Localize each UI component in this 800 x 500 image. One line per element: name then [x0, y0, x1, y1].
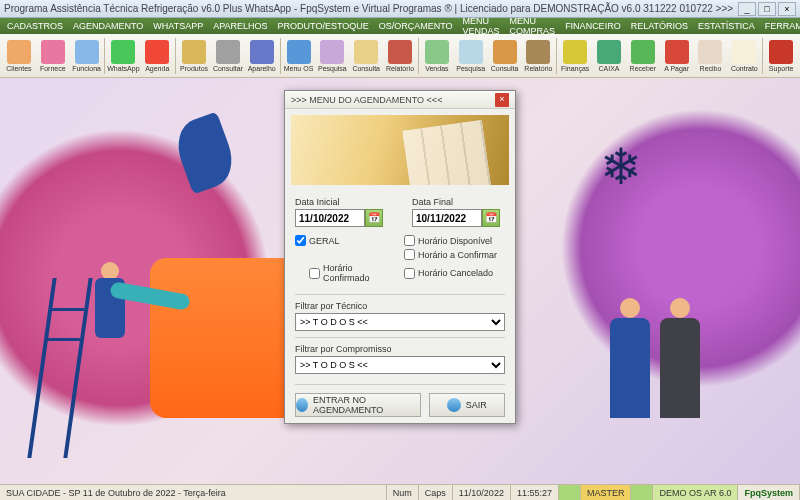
toolbar-label: Consulta	[491, 65, 519, 72]
dialog-close-button[interactable]: ×	[495, 93, 509, 107]
menu-compras[interactable]: MENU COMPRAS	[505, 16, 561, 36]
main-area: ❄ >>> MENU DO AGENDAMENTO <<< × Data Ini…	[0, 78, 800, 484]
filter-compromisso-label: Filtrar por Compromisso	[295, 344, 505, 354]
toolbar-contrato[interactable]: Contrato	[727, 40, 761, 72]
status-caps: Caps	[419, 485, 453, 500]
enter-button-label: ENTRAR NO AGENDAMENTO	[313, 395, 420, 415]
toolbar-label: Finanças	[561, 65, 589, 72]
toolbar-finanças[interactable]: Finanças	[558, 40, 592, 72]
menu-bar: CADASTROS AGENDAMENTO WHATSAPP APARELHOS…	[0, 18, 800, 34]
date-initial-label: Data Inicial	[295, 197, 388, 207]
chk-disponivel[interactable]	[404, 235, 415, 246]
toolbar-label: Vendas	[425, 65, 448, 72]
toolbar-label: Relatório	[386, 65, 414, 72]
toolbar-clientes[interactable]: Clientes	[2, 40, 36, 72]
toolbar-pesquisa[interactable]: Pesquisa	[454, 40, 488, 72]
toolbar-caixa[interactable]: CAIXA	[592, 40, 626, 72]
relatório-icon	[388, 40, 412, 64]
menu-cadastros[interactable]: CADASTROS	[2, 21, 68, 31]
filter-compromisso-select[interactable]: >> T O D O S <<	[295, 356, 505, 374]
toolbar-pesquisa[interactable]: Pesquisa	[315, 40, 349, 72]
toolbar-label: Receber	[630, 65, 656, 72]
toolbar-relatório[interactable]: Relatório	[521, 40, 555, 72]
toolbar-relatório[interactable]: Relatório	[383, 40, 417, 72]
filter-tecnico-label: Filtrar por Técnico	[295, 301, 505, 311]
menu-vendas[interactable]: MENU VENDAS	[458, 16, 505, 36]
agenda-icon	[145, 40, 169, 64]
toolbar-recibo[interactable]: Recibo	[694, 40, 728, 72]
menu-produto-estoque[interactable]: PRODUTO/ESTOQUE	[273, 21, 374, 31]
vendas-icon	[425, 40, 449, 64]
caixa-icon	[597, 40, 621, 64]
status-date: 11/10/2022	[453, 485, 511, 500]
date-final-picker-button[interactable]: 📅	[482, 209, 500, 227]
toolbar-consultar[interactable]: Consultar	[211, 40, 245, 72]
toolbar-label: Fornece	[40, 65, 66, 72]
clientes-icon	[7, 40, 31, 64]
menu-relatorios[interactable]: RELATÓRIOS	[626, 21, 693, 31]
pesquisa-icon	[459, 40, 483, 64]
date-initial-picker-button[interactable]: 📅	[365, 209, 383, 227]
menu-estatistica[interactable]: ESTATÍSTICA	[693, 21, 760, 31]
menu-aparelhos[interactable]: APARELHOS	[208, 21, 272, 31]
chk-confirmado-label: Horário Confirmado	[323, 263, 396, 283]
toolbar-receber[interactable]: Receber	[626, 40, 660, 72]
toolbar-label: CAIXA	[598, 65, 619, 72]
menu-whatsapp[interactable]: WHATSAPP	[148, 21, 208, 31]
chk-cancelado-label: Horário Cancelado	[418, 268, 493, 278]
toolbar-consulta[interactable]: Consulta	[488, 40, 522, 72]
menu-agendamento[interactable]: AGENDAMENTO	[68, 21, 148, 31]
recibo-icon	[698, 40, 722, 64]
toolbar-aparelho[interactable]: Aparelho	[245, 40, 279, 72]
menu-financeiro[interactable]: FINANCEIRO	[560, 21, 626, 31]
toolbar-label: Funciona	[72, 65, 101, 72]
aparelho-icon	[250, 40, 274, 64]
date-final-label: Data Final	[412, 197, 505, 207]
toolbar-menu os[interactable]: Menu OS	[282, 40, 316, 72]
toolbar-produtos[interactable]: Produtos	[177, 40, 211, 72]
toolbar-a pagar[interactable]: A Pagar	[660, 40, 694, 72]
chk-geral[interactable]	[295, 235, 306, 246]
toolbar-whatsapp[interactable]: WhatsApp	[106, 40, 140, 72]
chk-confirmar[interactable]	[404, 249, 415, 260]
window-title: Programa Assistência Técnica Refrigeraçã…	[4, 3, 736, 14]
toolbar-consulta[interactable]: Consulta	[349, 40, 383, 72]
toolbar-label: Produtos	[180, 65, 208, 72]
finanças-icon	[563, 40, 587, 64]
maximize-button[interactable]: □	[758, 2, 776, 16]
chk-confirmado[interactable]	[309, 268, 320, 279]
date-final-input[interactable]	[412, 209, 482, 227]
receber-icon	[631, 40, 655, 64]
exit-button-label: SAIR	[466, 400, 487, 410]
minimize-button[interactable]: _	[738, 2, 756, 16]
date-initial-input[interactable]	[295, 209, 365, 227]
toolbar-label: Clientes	[6, 65, 31, 72]
decor-people	[610, 278, 730, 438]
status-demo: DEMO OS AR 6.0	[653, 485, 738, 500]
status-master: MASTER	[581, 485, 632, 500]
status-indicator-green	[559, 485, 581, 500]
toolbar-label: Aparelho	[248, 65, 276, 72]
toolbar-label: Menu OS	[284, 65, 314, 72]
calendar-icon	[296, 398, 308, 412]
whatsapp-icon	[111, 40, 135, 64]
window-titlebar: Programa Assistência Técnica Refrigeraçã…	[0, 0, 800, 18]
close-button[interactable]: ×	[778, 2, 796, 16]
agendamento-dialog: >>> MENU DO AGENDAMENTO <<< × Data Inici…	[284, 90, 516, 424]
dialog-titlebar[interactable]: >>> MENU DO AGENDAMENTO <<< ×	[285, 91, 515, 109]
toolbar-fornece[interactable]: Fornece	[36, 40, 70, 72]
dialog-body: Data Inicial 📅 Data Final 📅 GERAL Hor	[285, 191, 515, 423]
exit-button[interactable]: SAIR	[429, 393, 505, 417]
menu os-icon	[287, 40, 311, 64]
enter-agendamento-button[interactable]: ENTRAR NO AGENDAMENTO	[295, 393, 421, 417]
toolbar-suporte[interactable]: Suporte	[764, 40, 798, 72]
filter-tecnico-select[interactable]: >> T O D O S <<	[295, 313, 505, 331]
toolbar-vendas[interactable]: Vendas	[420, 40, 454, 72]
relatório-icon	[526, 40, 550, 64]
menu-ferramentas[interactable]: FERRAMENTAS	[760, 21, 800, 31]
menu-os-orcamento[interactable]: OS/ORÇAMENTO	[374, 21, 458, 31]
toolbar-funciona[interactable]: Funciona	[70, 40, 104, 72]
toolbar-label: WhatsApp	[107, 65, 139, 72]
chk-cancelado[interactable]	[404, 268, 415, 279]
toolbar-agenda[interactable]: Agenda	[140, 40, 174, 72]
